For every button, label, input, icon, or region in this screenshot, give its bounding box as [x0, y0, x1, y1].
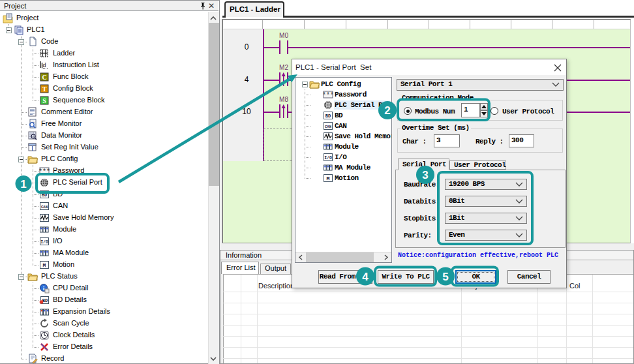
- svg-text:5: 5: [442, 271, 448, 283]
- svg-text:1: 1: [20, 178, 26, 190]
- svg-text:3: 3: [422, 169, 428, 181]
- svg-text:4: 4: [362, 271, 369, 283]
- svg-text:2: 2: [384, 104, 390, 117]
